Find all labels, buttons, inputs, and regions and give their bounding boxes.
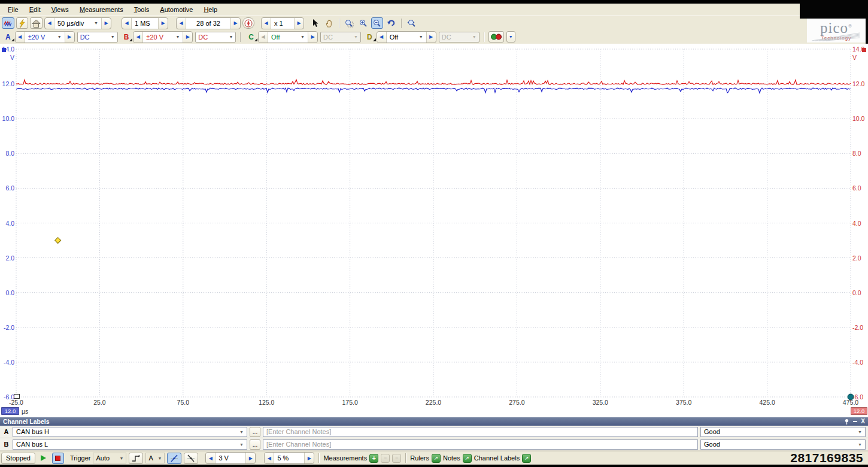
channel-a-label[interactable]: A	[4, 33, 13, 41]
zoom-in-tool-button[interactable]	[357, 17, 369, 29]
main-toolbar: ◀ 50 µs/div▼ ▶ ◀ 1 MS ▶ ◀ 28 of 32 ▶ ◀ x…	[0, 16, 868, 30]
buffer-overview-button[interactable]	[242, 17, 254, 29]
cursor-arrow-icon	[312, 19, 319, 28]
pre-trigger-spinner: ◀ 5 % ▶	[264, 452, 314, 464]
samples-decrease-arrow[interactable]: ◀	[122, 18, 131, 29]
channel-b-range-select[interactable]: ±20 V▼	[142, 32, 183, 43]
channel-b-coupling-select[interactable]: DC▼	[195, 32, 236, 43]
toolbar-separator	[401, 19, 402, 28]
channel-d-range-increase-arrow[interactable]: ▶	[427, 32, 436, 43]
timebase-decrease-arrow[interactable]: ◀	[45, 18, 54, 29]
zoom-decrease-arrow[interactable]: ◀	[262, 18, 271, 29]
channel-a-range-select[interactable]: ±20 V▼	[25, 32, 65, 43]
buffer-position-field[interactable]: 28 of 32	[186, 18, 231, 29]
chevron-down-icon: ▼	[116, 456, 123, 460]
trace-B	[16, 80, 851, 84]
advanced-trigger-button[interactable]	[129, 453, 143, 464]
timebase-select[interactable]: 50 µs/div▼	[54, 18, 102, 29]
rising-edge-button[interactable]	[167, 453, 181, 464]
falling-edge-button[interactable]	[184, 453, 198, 464]
menu-help[interactable]: Help	[198, 5, 223, 14]
trigger-level-decrease-arrow[interactable]: ◀	[206, 453, 215, 463]
undo-zoom-button[interactable]	[385, 17, 397, 29]
pre-trigger-decrease-arrow[interactable]: ◀	[265, 453, 274, 463]
channel-d-range-decrease-arrow[interactable]: ◀	[377, 32, 386, 43]
trigger-mode-select[interactable]: Auto▼	[93, 453, 126, 463]
pin-icon[interactable]	[844, 419, 849, 425]
zoom-increase-arrow[interactable]: ▶	[295, 18, 304, 29]
pan-tool-button[interactable]	[323, 17, 335, 29]
samples-increase-arrow[interactable]: ▶	[159, 18, 168, 29]
close-icon[interactable]: X	[861, 419, 865, 424]
notes-label: Notes	[443, 454, 460, 462]
timebase-increase-arrow[interactable]: ▶	[102, 18, 111, 29]
channel-a-range-increase-arrow[interactable]: ▶	[65, 32, 74, 43]
channel-a-notes-input[interactable]	[263, 427, 698, 437]
samples-field[interactable]: 1 MS	[131, 18, 159, 29]
zoom-factor-value: x 1	[274, 20, 283, 27]
scope-view[interactable]: 14.014.012.012.010.010.08.08.06.06.04.04…	[0, 44, 868, 417]
stop-button[interactable]	[52, 453, 64, 464]
channel-c-range-select[interactable]: Off▼	[268, 32, 308, 43]
trigger-level-field[interactable]: 3 V	[215, 453, 246, 463]
channel-b-ruler-handle	[862, 48, 866, 52]
channel-b-status-select[interactable]: Good▼	[700, 439, 866, 450]
channel-b-label-edit-button[interactable]: ...	[250, 439, 260, 450]
channel-d-label[interactable]: D	[366, 33, 374, 41]
channel-c-label[interactable]: C	[247, 33, 256, 41]
zoom-full-button[interactable]	[405, 17, 418, 29]
channel-b-label[interactable]: B	[123, 33, 131, 41]
channel-a-label-select[interactable]: CAN bus H▼	[13, 427, 247, 437]
channel-b-label-select[interactable]: CAN bus L▼	[13, 439, 247, 450]
channel-d-range-select[interactable]: Off▼	[386, 32, 427, 43]
add-measurement-button[interactable]: +	[369, 454, 378, 463]
window-top-right-edge	[800, 0, 868, 19]
pre-trigger-field[interactable]: 5 %	[274, 453, 305, 463]
hand-icon	[325, 19, 333, 28]
start-button[interactable]	[38, 453, 50, 464]
trigger-level-spinner: ◀ 3 V ▶	[205, 452, 256, 464]
trigger-mode-value: Auto	[96, 454, 110, 462]
menu-tools[interactable]: Tools	[129, 5, 155, 14]
minimize-icon[interactable]	[853, 421, 857, 422]
connect-device-button[interactable]	[16, 17, 28, 29]
run-state-button[interactable]: Stopped	[1, 453, 35, 464]
zoom-out-tool-button[interactable]	[371, 17, 383, 29]
menu-edit[interactable]: Edit	[24, 5, 46, 14]
channel-labels-button[interactable]: ↗	[522, 454, 531, 463]
zoom-factor-field[interactable]: x 1	[271, 18, 295, 29]
channel-c-range-decrease-arrow[interactable]: ◀	[259, 32, 268, 43]
pre-trigger-increase-arrow[interactable]: ▶	[305, 453, 314, 463]
menu-measurements[interactable]: Measurements	[74, 5, 129, 14]
zoom-window-tool-button[interactable]	[343, 17, 356, 29]
menu-automotive[interactable]: Automotive	[154, 5, 198, 14]
channel-b-range-spinner: ◀ ±20 V▼ ▶	[133, 31, 193, 43]
channel-d-coupling-value: DC	[442, 34, 451, 41]
probe-status-dropdown-button[interactable]: ▼	[506, 31, 515, 43]
current-scope-view-button[interactable]	[2, 17, 14, 29]
chevron-down-icon: ▼	[54, 35, 62, 39]
channel-b-range-value: ±20 V	[146, 34, 163, 41]
notes-button[interactable]: ↗	[463, 454, 472, 463]
channel-c-coupling-value: DC	[323, 34, 333, 41]
channel-a-label-edit-button[interactable]: ...	[250, 427, 260, 437]
home-button[interactable]	[30, 17, 43, 29]
buffer-next-arrow[interactable]: ▶	[231, 18, 240, 29]
statusbar-separator	[318, 453, 319, 463]
channel-a-coupling-select[interactable]: DC▼	[77, 32, 118, 43]
channel-b-range-increase-arrow[interactable]: ▶	[183, 32, 192, 43]
pointer-tool-button[interactable]	[309, 17, 321, 29]
rulers-button[interactable]: ↗	[432, 454, 441, 463]
buffer-previous-arrow[interactable]: ◀	[177, 18, 186, 29]
channel-c-range-increase-arrow[interactable]: ▶	[308, 32, 317, 43]
probe-status-button[interactable]	[488, 31, 504, 43]
channel-b-notes-input[interactable]	[263, 439, 698, 450]
scope-canvas[interactable]	[0, 44, 868, 417]
trigger-level-increase-arrow[interactable]: ▶	[246, 453, 255, 463]
channel-a-status-select[interactable]: Good▼	[700, 427, 866, 437]
menu-file[interactable]: File	[2, 5, 24, 14]
trigger-source-select[interactable]: A▼	[145, 453, 165, 463]
channel-a-range-decrease-arrow[interactable]: ◀	[16, 32, 25, 43]
channel-b-range-decrease-arrow[interactable]: ◀	[133, 32, 142, 43]
menu-views[interactable]: Views	[46, 5, 74, 14]
